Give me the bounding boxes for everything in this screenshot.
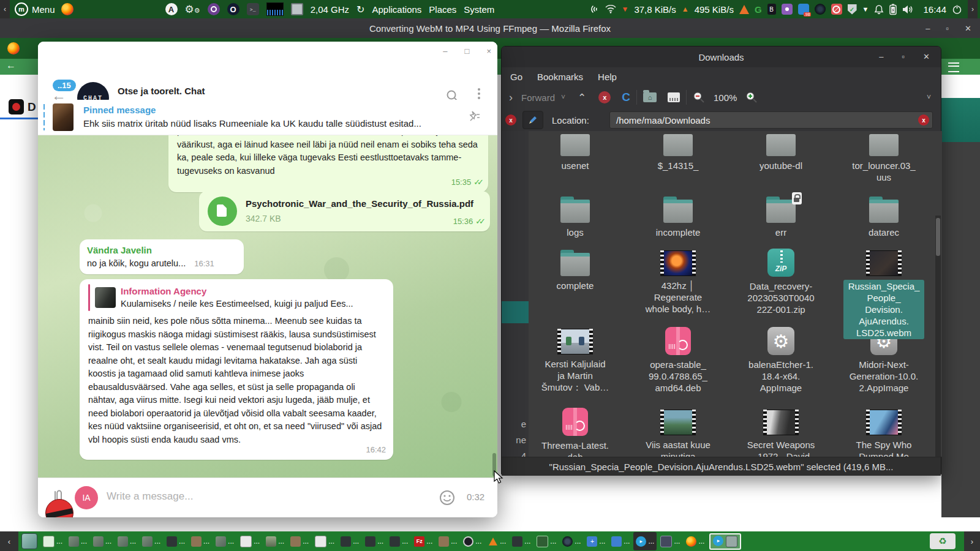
file-item[interactable]: logs xyxy=(524,195,627,238)
forward-button[interactable]: Forward xyxy=(521,92,555,103)
taskbar-window-button[interactable]: ... xyxy=(91,532,114,550)
taskbar-window-button[interactable]: ... xyxy=(312,532,337,550)
taskbar-window-button[interactable]: ... xyxy=(140,532,163,550)
menu-button[interactable]: m Menu xyxy=(15,2,55,16)
file-document-icon[interactable] xyxy=(208,197,237,226)
active-window-group[interactable]: ▸ xyxy=(709,533,741,550)
kebab-menu-icon[interactable] xyxy=(478,88,480,91)
panel-hide-chevron[interactable]: ‹ xyxy=(0,0,10,18)
back-arrow-icon[interactable]: ← xyxy=(6,60,16,71)
volume-waves-icon[interactable] xyxy=(589,4,600,15)
file-item[interactable]: usenet xyxy=(524,134,627,183)
speaker-icon[interactable] xyxy=(902,4,914,15)
taskbar-window-button[interactable]: ... xyxy=(560,532,583,550)
file-item[interactable]: $_14315_ xyxy=(627,134,729,183)
power-icon[interactable] xyxy=(952,4,962,15)
file-item[interactable]: incomplete xyxy=(627,195,729,238)
mpv-icon[interactable] xyxy=(782,4,793,15)
menu-system[interactable]: System xyxy=(464,4,494,15)
chat-header[interactable]: ..15 ← CHAT Otse ja toorelt. Chat 116 me… xyxy=(38,60,497,100)
menu-help[interactable]: Help xyxy=(598,72,617,82)
clear-location-icon[interactable]: x xyxy=(918,114,929,126)
zoom-in-icon[interactable] xyxy=(745,91,758,103)
taskbar-window-button[interactable]: ... xyxy=(189,532,212,550)
close-sidebar-icon[interactable]: x xyxy=(505,114,516,126)
hamburger-icon[interactable] xyxy=(948,62,959,72)
pin-list-icon[interactable] xyxy=(467,110,481,124)
message-composer[interactable]: IA Write a message... 0:32 xyxy=(38,478,497,517)
telegram-icon[interactable]: ▸ xyxy=(713,536,723,546)
taskbar-window-button[interactable]: ... xyxy=(684,532,707,550)
sender-name[interactable]: Vändra Javelin xyxy=(87,244,236,257)
tor-browser-icon[interactable] xyxy=(208,3,220,15)
scrollbar[interactable] xyxy=(935,216,941,457)
taskbar-window-button[interactable]: ... xyxy=(238,532,262,550)
stop-icon[interactable]: x xyxy=(598,91,611,103)
my-avatar[interactable]: IA xyxy=(75,486,98,509)
file-item[interactable]: datarec xyxy=(832,195,935,238)
taskbar-window-button[interactable]: ... xyxy=(164,532,187,550)
taskbar-window-button[interactable]: ... xyxy=(363,532,386,550)
refresh-icon[interactable]: C xyxy=(622,91,630,104)
file-item[interactable]: err xyxy=(729,195,832,238)
toolbar-overflow-icon[interactable]: ˅ xyxy=(927,93,931,102)
scrollbar-thumb[interactable] xyxy=(936,218,940,256)
taskbar-window-button[interactable]: ... xyxy=(338,532,361,550)
menu-places[interactable]: Places xyxy=(429,4,456,15)
maximize-icon[interactable]: ▫ xyxy=(902,52,905,61)
trash-button[interactable]: ♻ xyxy=(930,533,956,549)
update-icon[interactable]: ↻ xyxy=(356,4,364,15)
reply-quote[interactable]: Information Agency Kuulamiseks / neile k… xyxy=(88,284,385,311)
taskbar-window-button[interactable]: ... xyxy=(485,532,508,550)
show-desktop-button[interactable] xyxy=(21,533,37,549)
taskbar-window-button[interactable]: Fz... xyxy=(412,532,435,550)
telegram-titlebar[interactable]: – □ × xyxy=(38,42,497,60)
menu-bookmarks[interactable]: Bookmarks xyxy=(537,72,583,82)
taskbar-window-button[interactable]: ... xyxy=(436,532,459,550)
message-input[interactable]: Write a message... xyxy=(107,490,193,503)
message-incoming[interactable]: Vändra Javelin no ja kõik, kogu arutelu.… xyxy=(80,239,244,274)
taskbar-window-button[interactable]: ... xyxy=(534,532,559,550)
close-icon[interactable]: ✕ xyxy=(965,24,971,33)
file-item[interactable]: ZiPData_recovery- 20230530T0040 22Z-001.… xyxy=(729,249,832,339)
message-incoming-reply[interactable]: Information Agency Kuulamiseks / neile k… xyxy=(80,279,393,460)
taskbar-left-chevron[interactable]: ‹ xyxy=(0,531,18,551)
forward-icon[interactable]: › xyxy=(509,91,513,104)
firefox-launcher-icon[interactable] xyxy=(61,3,74,15)
shield-check-icon[interactable]: ✓ xyxy=(848,4,857,15)
redshift-icon[interactable] xyxy=(831,4,842,15)
opera-icon[interactable]: O xyxy=(227,3,239,15)
firefox-titlebar[interactable]: Converting WebM to MP4 Using FFmpeg — Mo… xyxy=(0,18,980,38)
taskbar-window-button[interactable]: +... xyxy=(584,532,608,550)
bluetooth-icon[interactable]: B xyxy=(767,4,776,15)
file-item[interactable]: youtube-dl xyxy=(729,134,832,183)
filemanager-titlebar[interactable]: Downloads – ▫ ✕ xyxy=(502,47,941,67)
terminal-icon[interactable]: >_ xyxy=(247,3,259,15)
clock[interactable]: 16:44 xyxy=(923,4,946,15)
diodon-icon[interactable]: .98 xyxy=(798,4,809,15)
menu-applications[interactable]: Applications xyxy=(372,4,421,15)
vlc-tray-icon[interactable] xyxy=(739,5,749,14)
taskbar-window-button[interactable]: ... xyxy=(40,532,65,550)
file-item[interactable]: 432hz │ Regenerate whole body, h… xyxy=(627,249,729,339)
zoom-out-icon[interactable] xyxy=(693,91,705,103)
camera-tray-icon[interactable] xyxy=(815,4,826,15)
taskbar-right-chevron[interactable]: › xyxy=(964,531,980,551)
taskbar-window-button[interactable]: ... xyxy=(510,532,533,550)
minimize-icon[interactable]: – xyxy=(879,52,883,61)
edit-location-icon[interactable] xyxy=(522,111,543,129)
desktop-icon[interactable] xyxy=(668,92,680,102)
emoji-icon[interactable] xyxy=(439,489,456,506)
taskbar-window-button[interactable]: ... xyxy=(387,532,410,550)
filemanager-icon[interactable] xyxy=(726,536,737,547)
minimize-icon[interactable]: – xyxy=(443,47,447,56)
file-item[interactable]: tor_louncer.03_ uus xyxy=(832,134,935,183)
home-folder-icon[interactable]: ⌂ xyxy=(643,92,657,102)
wifi-icon[interactable] xyxy=(605,5,616,13)
file-item[interactable]: Threema-Latest. deb xyxy=(524,408,627,457)
taskbar-window-button[interactable]: ... xyxy=(263,532,287,550)
reply-sender-name[interactable]: Information Agency xyxy=(121,285,378,298)
file-item[interactable]: Secret Weapons - 1972 - David xyxy=(729,408,832,457)
settings-gears-icon[interactable]: ⚙⚙ xyxy=(185,3,200,16)
file-name[interactable]: Psychotronic_War_and_the_Security_of_Rus… xyxy=(246,197,481,211)
